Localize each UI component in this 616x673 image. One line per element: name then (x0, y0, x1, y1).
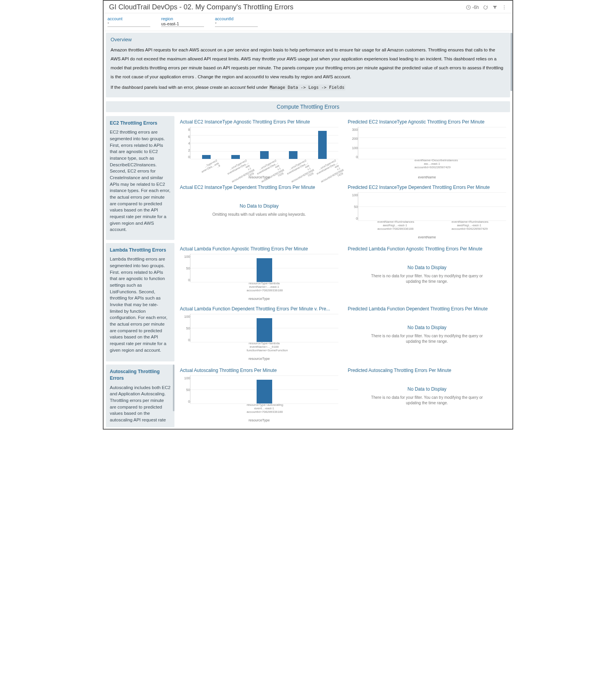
clock-icon (466, 5, 471, 10)
panel-title: Actual Lambda Function Agnostic Throttli… (180, 246, 338, 252)
chart-lambda-actual-agnostic: 100500 resourceType=lambda eventName=...… (180, 254, 338, 300)
lambda-side-panel: Lambda Throttling Errors Lambda throttli… (106, 243, 174, 361)
svg-point-2 (504, 7, 505, 8)
no-data-sub: There is no data for your filter. You ca… (348, 333, 506, 351)
filter-bar: account * region us-east-1 accountId * (104, 13, 512, 31)
svg-point-1 (504, 5, 505, 6)
autoscaling-side-panel: Autoscaling Throttling Errors Autoscalin… (106, 365, 174, 427)
panel-lambda-predicted-dependent: Predicted Lambda Function Dependent Thro… (344, 303, 510, 361)
panel-title: Predicted EC2 InstanceType Dependent Thr… (348, 185, 506, 190)
chart-ec2-actual-agnostic: 86420 ...Type=ec2 ame=Des...-eas ..9 ...… (180, 127, 338, 178)
autoscaling-side-text: Autoscaling includes both EC2 and Applic… (110, 384, 171, 423)
lambda-side-title: Lambda Throttling Errors (110, 247, 171, 254)
no-data-sub: There is no data for your filter. You ca… (348, 273, 506, 291)
filter-account[interactable]: account * (107, 16, 150, 27)
autoscaling-side-title: Autoscaling Throttling Errors (110, 368, 171, 382)
refresh-icon[interactable] (483, 5, 488, 10)
panel-title: Actual EC2 InstanceType Dependent Thrott… (180, 185, 338, 190)
chart-ec2-predicted-dependent: 100500 eventName=R (348, 192, 506, 238)
no-data-title: No Data to Display (180, 192, 338, 212)
no-data-title: No Data to Display (348, 375, 506, 395)
page-title: GI CloudTrail DevOps - 02. My Company's … (109, 3, 466, 11)
svg-point-3 (504, 9, 505, 9)
scroll-indicator[interactable] (173, 365, 174, 411)
chart-lambda-actual-dependent: 100500 resourceType=lambda eventName=...… (180, 314, 338, 360)
chart-autoscaling-actual: 100500 resourceType=autoscaling event...… (180, 375, 338, 421)
panel-lambda-actual-dependent: Actual Lambda Function Dependent Throttl… (176, 303, 342, 361)
panel-lambda-actual-agnostic: Actual Lambda Function Agnostic Throttli… (176, 243, 342, 301)
overview-title: Overview (111, 37, 505, 42)
filter-icon[interactable] (492, 5, 498, 10)
overview-text-1: Amazon throttles API requests for each A… (111, 46, 505, 81)
panel-autoscaling-actual: Actual Autoscaling Throttling Errors Per… (176, 365, 342, 427)
panel-ec2-predicted-agnostic: Predicted EC2 InstanceType Agnostic Thro… (344, 116, 510, 180)
overview-text-2: If the dashboard panels load with an err… (111, 83, 505, 92)
panel-title: Predicted EC2 InstanceType Agnostic Thro… (348, 119, 506, 125)
no-data-sub: Omitting results with null values while … (180, 212, 338, 224)
scroll-indicator[interactable] (510, 33, 512, 91)
more-icon[interactable] (502, 5, 507, 10)
panel-autoscaling-predicted: Predicted Autoscaling Throttling Errors … (344, 365, 510, 427)
lambda-side-text: Lambda throttling errors are segmented i… (110, 256, 171, 353)
no-data-title: No Data to Display (348, 254, 506, 273)
panel-title: Predicted Lambda Function Dependent Thro… (348, 306, 506, 312)
panel-title: Predicted Autoscaling Throttling Errors … (348, 368, 506, 373)
panel-title: Actual EC2 InstanceType Agnostic Throttl… (180, 119, 338, 125)
panel-ec2-actual-dependent: Actual EC2 InstanceType Dependent Thrott… (176, 181, 342, 240)
overview-panel: Overview Amazon throttles API requests f… (106, 33, 510, 97)
header-bar: GI CloudTrail DevOps - 02. My Company's … (104, 1, 512, 13)
ec2-side-panel: EC2 Throttling Errors EC2 throttling err… (106, 116, 174, 240)
panel-ec2-predicted-dependent: Predicted EC2 InstanceType Dependent Thr… (344, 181, 510, 240)
panel-ec2-actual-agnostic: Actual EC2 InstanceType Agnostic Throttl… (176, 116, 342, 180)
filter-region[interactable]: region us-east-1 (161, 16, 204, 27)
ec2-side-text: EC2 throttling errors are segmented into… (110, 129, 171, 233)
filter-accountid[interactable]: accountId * (215, 16, 258, 27)
no-data-title: No Data to Display (348, 314, 506, 333)
panel-title: Predicted Lambda Function Agnostic Throt… (348, 246, 506, 252)
time-range-picker[interactable]: -6h (466, 5, 479, 10)
panel-title: Actual Lambda Function Dependent Throttl… (180, 306, 338, 312)
section-banner-compute: Compute Throttling Errors (106, 101, 510, 112)
no-data-sub: There is no data for your filter. You ca… (348, 395, 506, 413)
ec2-side-title: EC2 Throttling Errors (110, 120, 171, 127)
chart-ec2-predicted-agnostic: 3002001000 eventName=DescribeInstances a… (348, 127, 506, 178)
panel-lambda-predicted-agnostic: Predicted Lambda Function Agnostic Throt… (344, 243, 510, 301)
panel-title: Actual Autoscaling Throttling Errors Per… (180, 368, 338, 373)
